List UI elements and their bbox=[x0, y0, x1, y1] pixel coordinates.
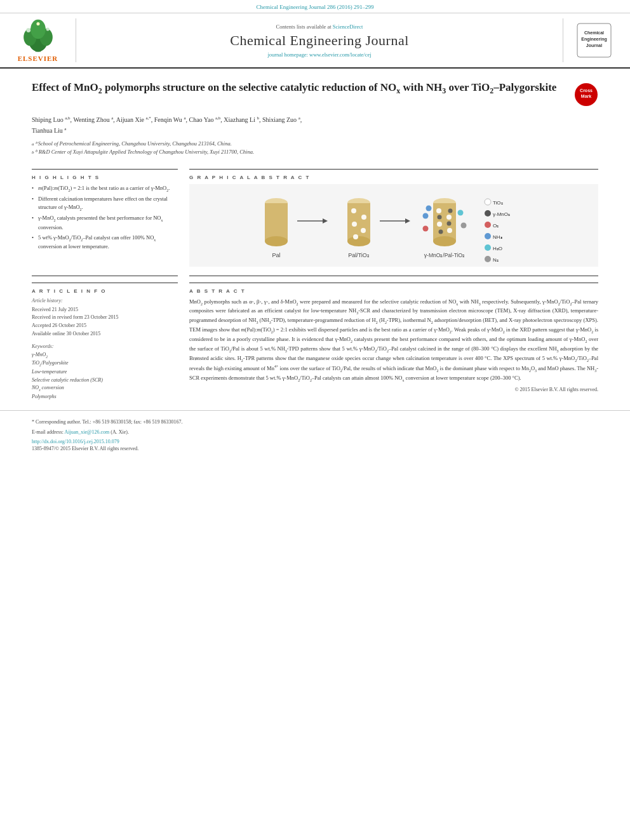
article-info-label: A R T I C L E I N F O bbox=[32, 288, 178, 294]
accepted-date: Accepted 26 October 2015 bbox=[32, 322, 178, 330]
journal-header: ELSEVIER Contents lists available at Sci… bbox=[0, 13, 630, 69]
journal-homepage: journal homepage: www.elsevier.com/locat… bbox=[267, 51, 371, 58]
keyword-5: NOx conversion bbox=[32, 384, 178, 393]
page: Chemical Engineering Journal 286 (2016) … bbox=[0, 0, 630, 840]
article-title: Effect of MnO2 polymorphs structure on t… bbox=[32, 80, 574, 97]
crossmark-badge[interactable]: Cross Mark bbox=[574, 83, 598, 108]
svg-rect-22 bbox=[347, 203, 370, 241]
svg-point-59 bbox=[485, 256, 491, 262]
keyword-4: Selective catalytic reduction (SCR) bbox=[32, 377, 178, 385]
revised-date: Received in revised form 23 October 2015 bbox=[32, 314, 178, 322]
svg-point-27 bbox=[361, 228, 366, 233]
elsevier-logo: ELSEVIER bbox=[10, 18, 67, 62]
highlight-item-3: γ-MnO2 catalysts presented the best perf… bbox=[32, 214, 178, 231]
pal-rod: Pal bbox=[265, 198, 288, 258]
email-note: E-mail address: Aijuan_xie@126.com (A. X… bbox=[32, 429, 598, 436]
highlights-graphical-section: H I G H L I G H T S m(Pal):m(TiO2) = 2:1… bbox=[0, 169, 630, 276]
svg-rect-16 bbox=[265, 203, 288, 241]
highlights-label: H I G H L I G H T S bbox=[32, 175, 178, 180]
svg-point-37 bbox=[437, 222, 442, 227]
elsevier-wordmark: ELSEVIER bbox=[18, 55, 58, 62]
abstract-text: MnO2 polymorphs such as α-, β-, γ-, and … bbox=[189, 298, 598, 383]
svg-rect-33 bbox=[433, 203, 456, 241]
article-history: Article history: Received 21 July 2015 R… bbox=[32, 298, 178, 338]
corresponding-author-note: * Corresponding author. Tel.: +86 519 86… bbox=[32, 418, 598, 426]
journal-title-area: Contents lists available at ScienceDirec… bbox=[76, 18, 563, 62]
received-date: Received 21 July 2015 bbox=[32, 306, 178, 314]
svg-point-39 bbox=[438, 215, 442, 219]
journal-logo-right: Chemical Engineering Journal bbox=[563, 18, 620, 62]
highlights-column: H I G H L I G H T S m(Pal):m(TiO2) = 2:1… bbox=[32, 169, 178, 276]
svg-point-57 bbox=[485, 244, 491, 251]
graphical-abstract-label: G R A P H I C A L A B S T R A C T bbox=[189, 175, 598, 180]
doi-link[interactable]: http://dx.doi.org/10.1016/j.cej.2015.10.… bbox=[32, 439, 598, 444]
svg-point-28 bbox=[353, 234, 358, 239]
svg-text:Pal: Pal bbox=[272, 252, 280, 258]
title-row: Effect of MnO2 polymorphs structure on t… bbox=[32, 80, 598, 108]
article-info-column: A R T I C L E I N F O Article history: R… bbox=[32, 283, 178, 401]
highlight-item-1: m(Pal):m(TiO2) = 2:1 is the best ratio a… bbox=[32, 184, 178, 194]
mno2-rod: γ-MnO₂/Pal-TiO₂ bbox=[423, 198, 467, 258]
svg-point-44 bbox=[423, 213, 429, 218]
graphical-abstract-svg: Pal bbox=[189, 184, 598, 267]
footer-area: * Corresponding author. Tel.: +86 519 86… bbox=[0, 410, 630, 457]
available-date: Available online 30 October 2015 bbox=[32, 330, 178, 338]
svg-point-45 bbox=[423, 225, 429, 231]
svg-text:H₂O: H₂O bbox=[493, 246, 502, 251]
svg-text:γ-MnO₂: γ-MnO₂ bbox=[493, 211, 510, 217]
svg-marker-31 bbox=[405, 218, 410, 223]
keyword-3: Low-temperature bbox=[32, 368, 178, 377]
svg-text:Pal/TiO₂: Pal/TiO₂ bbox=[348, 252, 370, 258]
abstract-copyright: © 2015 Elsevier B.V. All rights reserved… bbox=[189, 387, 598, 392]
svg-point-24 bbox=[351, 208, 356, 213]
affiliations: a ᵃ School of Petrochemical Engineering,… bbox=[32, 140, 598, 156]
svg-point-51 bbox=[485, 210, 491, 217]
authors-line: Shiping Luo a,b, Wenting Zhou a, Aijuan … bbox=[32, 114, 598, 136]
svg-text:NH₃: NH₃ bbox=[493, 234, 502, 240]
svg-point-42 bbox=[448, 208, 453, 213]
svg-point-46 bbox=[458, 210, 464, 215]
svg-point-38 bbox=[447, 228, 452, 233]
svg-marker-20 bbox=[323, 218, 328, 223]
legend: TiO₂ γ-MnO₂ O₂ NH₃ H₂O bbox=[485, 199, 510, 263]
svg-text:Cross: Cross bbox=[580, 88, 593, 93]
email-link[interactable]: Aijuan_xie@126.com bbox=[65, 429, 110, 435]
svg-point-55 bbox=[485, 233, 491, 239]
issn-text: 1385-8947/© 2015 Elsevier B.V. All right… bbox=[32, 446, 598, 451]
abstract-label: A B S T R A C T bbox=[189, 288, 598, 294]
highlights-list: m(Pal):m(TiO2) = 2:1 is the best ratio a… bbox=[32, 184, 178, 251]
keyword-2: TiO2/Palygorskite bbox=[32, 359, 178, 368]
svg-point-34 bbox=[433, 236, 456, 246]
sciencedirect-link[interactable]: ScienceDirect bbox=[333, 23, 363, 30]
svg-point-35 bbox=[436, 208, 441, 213]
keyword-1: γ-MnO2 bbox=[32, 351, 178, 360]
svg-text:Journal: Journal bbox=[586, 43, 602, 48]
svg-text:O₂: O₂ bbox=[493, 223, 499, 229]
keywords-section: Keywords: γ-MnO2 TiO2/Palygorskite Low-t… bbox=[32, 343, 178, 401]
crossmark-icon: Cross Mark bbox=[574, 83, 598, 107]
article-title-section: Effect of MnO2 polymorphs structure on t… bbox=[0, 69, 630, 163]
keyword-6: Polymorphs bbox=[32, 393, 178, 401]
article-info-abstract-section: A R T I C L E I N F O Article history: R… bbox=[0, 283, 630, 401]
svg-point-43 bbox=[426, 205, 432, 211]
elsevier-tree-icon bbox=[16, 18, 60, 53]
abstract-column: A B S T R A C T MnO2 polymorphs such as … bbox=[189, 283, 598, 401]
affiliation-a: a ᵃ School of Petrochemical Engineering,… bbox=[32, 140, 598, 148]
svg-point-23 bbox=[347, 236, 370, 246]
journal-reference-text: Chemical Engineering Journal 286 (2016) … bbox=[256, 4, 373, 10]
sciencedirect-notice: Contents lists available at ScienceDirec… bbox=[276, 23, 363, 30]
arrow-1 bbox=[297, 218, 328, 223]
svg-point-47 bbox=[461, 222, 467, 228]
svg-point-5 bbox=[26, 28, 30, 32]
svg-text:Mark: Mark bbox=[581, 94, 591, 98]
affiliation-b: b ᵇ R&D Center of Xuyi Attapulgite Appli… bbox=[32, 148, 598, 156]
highlight-item-4: 5 wt% γ-MnO2/TiO2–Pal catalyst can offer… bbox=[32, 234, 178, 251]
svg-text:N₂: N₂ bbox=[493, 257, 499, 263]
svg-text:Chemical: Chemical bbox=[584, 30, 604, 35]
article-history-label: Article history: bbox=[32, 298, 178, 303]
homepage-link[interactable]: journal homepage: www.elsevier.com/locat… bbox=[267, 51, 371, 58]
graphical-abstract-image: Pal bbox=[189, 184, 598, 267]
svg-point-25 bbox=[361, 215, 366, 220]
svg-point-17 bbox=[265, 236, 288, 246]
publisher-logo-area: ELSEVIER bbox=[6, 18, 76, 62]
